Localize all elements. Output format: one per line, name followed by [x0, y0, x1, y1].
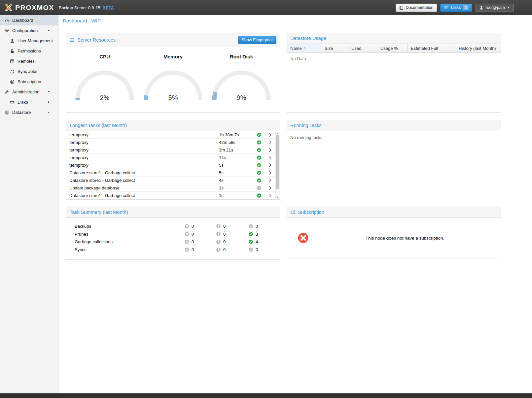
task-name: termproxy	[69, 140, 219, 145]
caret-down-icon	[46, 29, 52, 32]
error-count: 0	[192, 239, 194, 244]
scroll-down-button[interactable]: ▼	[276, 195, 280, 199]
sidebar-item-label: Disks	[18, 100, 28, 105]
datastore-usage-title: Datastore Usage	[290, 36, 326, 41]
column-header-size[interactable]: Size	[321, 44, 348, 52]
sidebar-item-label: Sync Jobs	[18, 69, 37, 74]
task-row: Datastore store1 - Garbage collect5s	[66, 169, 275, 177]
task-detail-button[interactable]	[268, 186, 272, 190]
book-icon	[399, 6, 404, 10]
task-detail-button[interactable]	[268, 140, 272, 145]
sidebar-item-label: Configuration	[12, 28, 38, 33]
sidebar-item-subscription[interactable]: Subscription	[0, 77, 58, 87]
task-name: Update package database	[69, 185, 219, 190]
task-detail-button[interactable]	[268, 133, 272, 137]
unlock-icon	[9, 49, 15, 53]
sidebar-item-configuration[interactable]: Configuration	[0, 25, 58, 36]
running-tasks-panel: Running Tasks No running tasks	[287, 120, 501, 198]
gauge-memory: Memory5%	[140, 54, 206, 102]
warning-circle-icon	[216, 239, 221, 244]
error-circle-icon	[184, 224, 189, 229]
column-header-history-last-month[interactable]: History (last Month)	[455, 44, 501, 52]
check-circle-icon	[257, 132, 262, 137]
product-version: Backup Server 0.8-15	[59, 5, 100, 10]
column-header-estimated-full[interactable]: Estimated Full	[408, 44, 455, 52]
resource-gauges: CPU2%Memory5%Root Disk9%	[66, 47, 280, 102]
column-header-usage[interactable]: Usage %	[377, 44, 408, 52]
error-count: 0	[192, 232, 194, 237]
tasks-count-badge: 0	[463, 5, 469, 10]
proxmox-logo: PROXMOX	[4, 3, 54, 12]
sidebar-item-dashboard[interactable]: Dashboard	[0, 15, 58, 25]
task-detail-button[interactable]	[268, 178, 272, 182]
sidebar-item-remotes[interactable]: Remotes	[0, 56, 58, 66]
warning-circle-icon	[216, 224, 221, 229]
check-circle-icon	[248, 239, 253, 244]
task-detail-button[interactable]	[268, 193, 272, 198]
datastore-icon	[4, 110, 10, 115]
ok-count: 0	[256, 224, 258, 229]
task-detail-button[interactable]	[268, 148, 272, 152]
task-name: Datastore store1 - Garbage collect	[69, 178, 219, 183]
tasks-label: Tasks	[450, 5, 461, 10]
user-icon	[479, 6, 483, 10]
summary-row-syncs: Syncs000	[66, 246, 280, 254]
tasks-button[interactable]: Tasks 0	[440, 4, 472, 12]
scroll-up-button[interactable]: ▲	[276, 131, 280, 135]
sidebar-item-user-management[interactable]: User Management	[0, 36, 58, 46]
documentation-button[interactable]: Documentation	[396, 4, 437, 12]
topbar-actions: Documentation Tasks 0 root@pam	[396, 4, 514, 12]
warning-count: 0	[223, 247, 226, 252]
error-circle-icon	[184, 232, 189, 237]
summary-row-prunes: Prunes003	[66, 230, 280, 238]
sidebar-item-disks[interactable]: Disks	[0, 97, 58, 107]
column-header-name[interactable]: Name↑	[287, 44, 321, 52]
tachometer-icon	[4, 18, 10, 23]
sidebar-item-sync-jobs[interactable]: Sync Jobs	[0, 66, 58, 77]
proxmox-x-icon	[4, 3, 13, 12]
gauge-value: 9%	[208, 94, 274, 102]
show-fingerprint-button[interactable]: Show Fingerprint	[238, 36, 277, 44]
task-duration: 14s	[219, 155, 253, 160]
summary-label: Prunes	[66, 232, 184, 237]
task-detail-button[interactable]	[268, 171, 272, 175]
task-detail-button[interactable]	[268, 163, 272, 167]
server-resources-title: Server Resources	[77, 37, 116, 43]
check-circle-icon	[248, 232, 253, 237]
column-header-used[interactable]: Used	[348, 44, 377, 52]
svg-text:?: ?	[258, 186, 260, 189]
sidebar-item-label: Subscription	[18, 79, 41, 84]
task-list-icon	[444, 6, 448, 10]
gauge-value: 2%	[72, 94, 138, 102]
task-name: termproxy	[69, 148, 219, 152]
column-label: History (last Month)	[459, 46, 496, 51]
gauge-root-disk: Root Disk9%	[208, 54, 274, 102]
server-resources-panel: Server Resources Show Fingerprint CPU2%M…	[66, 33, 280, 113]
sidebar-item-permissions[interactable]: Permissions	[0, 46, 58, 56]
task-row: Datastore store1 - Garbage collect4s	[66, 177, 275, 184]
sidebar-item-label: Remotes	[18, 59, 35, 64]
datastore-usage-panel: Datastore Usage Name↑SizeUsedUsage %Esti…	[287, 33, 501, 113]
running-tasks-title: Running Tasks	[290, 123, 322, 128]
check-circle-icon	[257, 170, 262, 175]
check-circle-icon	[257, 148, 262, 152]
gauge-label: CPU	[72, 54, 138, 59]
sidebar: DashboardConfigurationUser ManagementPer…	[0, 15, 58, 393]
remotes-icon	[9, 59, 15, 64]
check-circle-icon	[257, 178, 262, 183]
error-count: 0	[192, 247, 194, 252]
sidebar-item-label: Administration	[12, 89, 39, 94]
task-detail-button[interactable]	[268, 155, 272, 160]
scrollbar[interactable]: ▲ ▼	[275, 131, 280, 199]
task-duration: 3m 21s	[219, 148, 253, 152]
beta-link[interactable]: BETA	[103, 5, 114, 10]
user-menu-button[interactable]: root@pam	[476, 4, 514, 12]
sidebar-item-administration[interactable]: Administration	[0, 87, 58, 97]
task-summary-panel: Task Summary (last Month) Backups000Prun…	[66, 207, 280, 260]
check-circle-icon	[257, 155, 262, 160]
column-label: Used	[351, 46, 361, 51]
ok-count: 0	[256, 247, 258, 252]
task-name: termproxy	[69, 163, 219, 168]
sidebar-item-datastore[interactable]: Datastore	[0, 107, 58, 117]
scroll-thumb[interactable]	[276, 135, 279, 189]
